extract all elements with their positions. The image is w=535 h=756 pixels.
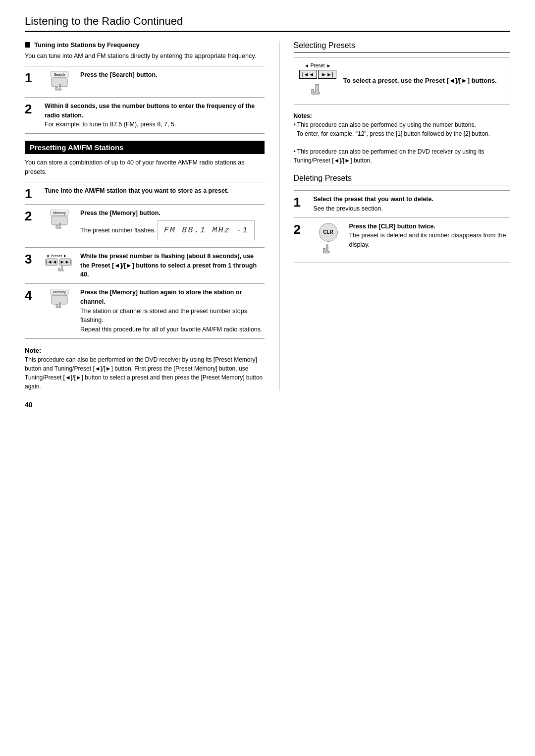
tuning-step-2: 2 Within 8 seconds, use the number butto… [25, 98, 265, 134]
section-bullet [25, 42, 30, 48]
preset-step-2-content: Press the [Memory] button. The preset nu… [80, 209, 265, 243]
memory-button-icon2: Memory [45, 288, 74, 312]
preset-step-4-normal: The station or channel is stored and the… [80, 308, 263, 333]
selecting-presets-box: ◄ Preset ► |◄◄ ►►| To select a preset, u… [294, 57, 510, 105]
preset-step-2-bold: Press the [Memory] button. [80, 210, 160, 216]
preset-step-num-2: 2 [25, 210, 39, 222]
fm-display: FM 88.1 MHz -1 [158, 220, 255, 240]
preset-step-num-3: 3 [25, 253, 39, 266]
note-title: Note: [25, 347, 41, 354]
svg-text:Memory: Memory [53, 290, 66, 294]
select-preset-instruction: To select a preset, use the Preset [◄]/[… [343, 76, 497, 85]
page-number: 40 [25, 401, 510, 409]
selecting-presets-notes: Notes: • This procedure can also be perf… [294, 111, 510, 165]
page-title-bold: Listening to the Radio [25, 15, 130, 27]
tuning-section-title: Tuning into Stations by Frequency [34, 41, 140, 49]
delete-step-1-bold: Select the preset that you want to delet… [314, 196, 433, 203]
note-section: Note: This procedure can also be perform… [25, 346, 265, 391]
page-title: Listening to the Radio Continued [25, 15, 510, 28]
svg-text:►►|: ►►| [60, 259, 71, 265]
preset-nav-icon: ◄ Preset ► |◄◄ ►►| [299, 63, 336, 99]
preset-step-1: 1 Tune into the AM/FM station that you w… [25, 182, 265, 205]
preset-step-4: 4 Memory Press the [Memory] button again… [25, 284, 265, 339]
preset-step-num-1: 1 [25, 187, 39, 200]
preset-step-3-bold: While the preset number is flashing (abo… [80, 253, 257, 278]
delete-step-2-normal: The preset is deleted and its number dis… [349, 232, 506, 248]
preset-step-4-content: Press the [Memory] button again to store… [80, 288, 265, 334]
delete-step-2: 2 CLR Press the [CLR] button twice. The … [294, 218, 510, 263]
prev-preset-button[interactable]: |◄◄ [299, 70, 318, 79]
page-header: Listening to the Radio Continued [25, 15, 510, 32]
note-2-text: This procedure can also be performed on … [294, 148, 484, 164]
preset-nav-buttons: |◄◄ ►►| [299, 70, 336, 79]
preset-step-3: 3 ◄ Preset ► |◄◄ ►►| While the preset [25, 248, 265, 284]
preset-step-3-content: While the preset number is flashing (abo… [80, 252, 265, 279]
tuning-intro: You can tune into AM and FM stations dir… [25, 52, 265, 61]
step-number-2: 2 [25, 103, 39, 115]
delete-step-1: 1 Select the preset that you want to del… [294, 190, 510, 218]
search-button-icon: Search [45, 70, 74, 93]
preset-step-1-bold: Tune into the AM/FM station that you wan… [45, 187, 229, 194]
step-2-bold: Within 8 seconds, use the number buttons… [45, 103, 255, 119]
main-content: Tuning into Stations by Frequency You ca… [25, 41, 510, 391]
step-1-content: Press the [Search] button. [80, 70, 265, 80]
delete-step-num-2: 2 [294, 223, 308, 236]
clr-button: CLR [319, 223, 338, 242]
step-2-content: Within 8 seconds, use the number buttons… [45, 102, 265, 129]
step-2-normal: For example, to tune to 87.5 (FM), press… [45, 121, 176, 128]
delete-step-2-content: Press the [CLR] button twice. The preset… [349, 222, 510, 250]
presetting-title: Presetting AM/FM Stations [30, 143, 123, 152]
svg-text:Memory: Memory [53, 211, 66, 215]
deleting-steps: 1 Select the preset that you want to del… [294, 190, 510, 263]
note-1-bullet: • [294, 121, 297, 128]
svg-text:Search: Search [54, 73, 65, 76]
presetting-steps: 1 Tune into the AM/FM station that you w… [25, 182, 265, 339]
note-text: This procedure can also be performed on … [25, 356, 263, 390]
delete-step-1-content: Select the preset that you want to delet… [314, 195, 510, 214]
step-number-1: 1 [25, 71, 39, 84]
memory-button-icon: Memory [45, 209, 74, 232]
note-2-bullet: • [294, 148, 297, 155]
notes-label: Notes: [294, 112, 312, 119]
tuning-steps: 1 Search Press the [Sea [25, 66, 265, 134]
svg-text:◄ Preset ►: ◄ Preset ► [46, 254, 67, 258]
preset-step-1-content: Tune into the AM/FM station that you wan… [45, 186, 265, 196]
page-title-normal: Continued [130, 15, 183, 27]
next-preset-button[interactable]: ►►| [318, 70, 336, 79]
presetting-intro: You can store a combination of up to 40 … [25, 158, 265, 177]
clr-button-icon: CLR [314, 222, 343, 259]
selecting-presets-title: Selecting Presets [294, 41, 510, 53]
right-column: Selecting Presets ◄ Preset ► |◄◄ ►►| To … [279, 41, 510, 391]
delete-step-2-bold: Press the [CLR] button twice. [349, 223, 435, 230]
deleting-presets-title: Deleting Presets [294, 174, 510, 185]
delete-step-1-normal: See the previous section. [314, 205, 383, 212]
preset-step-4-bold: Press the [Memory] button again to store… [80, 289, 242, 305]
left-column: Tuning into Stations by Frequency You ca… [25, 41, 265, 391]
svg-text:|◄◄: |◄◄ [46, 259, 57, 265]
preset-step-2: 2 Memory Press the [Memory] button. The … [25, 205, 265, 248]
presetting-section-header: Presetting AM/FM Stations [25, 141, 265, 154]
preset-step-2-normal: The preset number flashes. [80, 227, 156, 234]
tuning-section-header: Tuning into Stations by Frequency [25, 41, 265, 49]
note-1-text: This procedure can also be performed by … [294, 121, 490, 137]
preset-arrow-label: ◄ Preset ► [299, 63, 336, 68]
tuning-step-1: 1 Search Press the [Sea [25, 66, 265, 98]
step-1-text: Press the [Search] button. [80, 71, 158, 78]
delete-step-num-1: 1 [294, 196, 308, 209]
preset-buttons-icon: ◄ Preset ► |◄◄ ►►| [45, 252, 74, 279]
preset-step-num-4: 4 [25, 289, 39, 302]
